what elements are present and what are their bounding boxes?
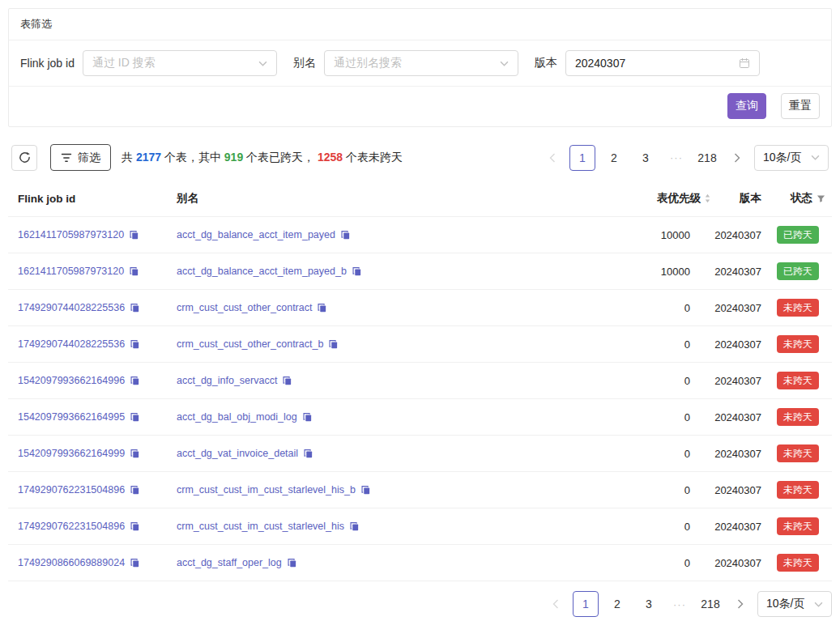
copy-icon[interactable] — [129, 230, 139, 240]
alias-link[interactable]: acct_dg_bal_obj_modi_log — [177, 411, 297, 423]
column-header-alias: 别名 — [167, 191, 535, 206]
page-button-2[interactable]: 2 — [601, 145, 627, 171]
flink-job-id-link[interactable]: 1542097993662164996 — [18, 375, 125, 386]
version-value: 20240307 — [718, 448, 771, 460]
alias-link[interactable]: crm_cust_cust_im_cust_starlevel_his_b — [177, 484, 356, 496]
summary-not-crossed-count: 1258 — [318, 151, 343, 164]
filter-row: Flink job id 通过 ID 搜索 别名 通过别名搜索 — [9, 40, 831, 87]
flink-job-id-link[interactable]: 1749290762231504896 — [18, 521, 125, 532]
alias-link[interactable]: acct_dg_info_servacct — [177, 375, 277, 386]
priority-value: 10000 — [535, 229, 718, 241]
table-row: 1621411705987973120 acct_dg_balance_acct… — [8, 253, 832, 290]
copy-icon[interactable] — [340, 230, 351, 240]
copy-icon[interactable] — [287, 558, 297, 568]
alias-link[interactable]: acct_dg_balance_acct_item_payed — [177, 229, 335, 240]
next-page-button[interactable] — [726, 145, 748, 171]
refresh-icon — [19, 151, 31, 164]
sort-carets-icon[interactable] — [704, 193, 711, 204]
page-size-select[interactable]: 10条/页 — [754, 145, 829, 171]
reset-button[interactable]: 重置 — [781, 93, 820, 119]
alias-link[interactable]: crm_cust_cust_other_contract_b — [177, 338, 323, 350]
page-ellipsis[interactable]: ··· — [667, 591, 692, 617]
alias-link[interactable]: crm_cust_cust_im_cust_starlevel_his — [177, 521, 344, 532]
copy-icon[interactable] — [130, 412, 140, 423]
version-value: 20240307 — [718, 338, 771, 351]
bottom-pager: 1 2 3 ··· 218 10条/页 — [8, 591, 832, 617]
page-button-3[interactable]: 3 — [633, 145, 659, 171]
alias-label: 别名 — [293, 56, 316, 70]
version-date-input[interactable]: 20240307 — [565, 50, 760, 76]
chevron-down-icon — [258, 61, 267, 66]
flink-job-id-link[interactable]: 1621411705987973120 — [18, 266, 124, 277]
table-row: 1749290744028225536 crm_cust_cust_other_… — [8, 290, 832, 326]
page-size-select[interactable]: 10条/页 — [757, 591, 832, 617]
status-badge: 未跨天 — [777, 554, 819, 572]
flink-job-id-link[interactable]: 1749290744028225536 — [18, 302, 125, 313]
next-page-button[interactable] — [729, 591, 752, 617]
toolbar: 筛选 共 2177 个表，其中 919 个表已跨天， 1258 个表未跨天 1 … — [11, 144, 829, 171]
funnel-icon[interactable] — [817, 194, 825, 203]
column-header-priority[interactable]: 表优先级 — [535, 191, 718, 206]
copy-icon[interactable] — [130, 558, 140, 568]
copy-icon[interactable] — [360, 485, 371, 496]
filter-toggle-button[interactable]: 筛选 — [50, 144, 111, 171]
page-button-1[interactable]: 1 — [569, 145, 595, 171]
version-value: 20240307 — [718, 375, 771, 387]
page-button-1[interactable]: 1 — [573, 591, 599, 617]
version-value: 20240307 — [718, 266, 771, 278]
flink-job-id-select[interactable]: 通过 ID 搜索 — [83, 50, 277, 76]
page-button-last[interactable]: 218 — [694, 145, 720, 171]
alias-select[interactable]: 通过别名搜索 — [324, 50, 518, 76]
flink-job-id-link[interactable]: 1749290762231504896 — [18, 484, 125, 496]
flink-job-id-link[interactable]: 1542097993662164995 — [18, 411, 125, 423]
priority-value: 10000 — [535, 266, 718, 278]
page-ellipsis[interactable]: ··· — [664, 145, 689, 171]
copy-icon[interactable] — [129, 266, 139, 277]
copy-icon[interactable] — [303, 449, 313, 459]
alias-link[interactable]: acct_dg_balance_acct_item_payed_b — [177, 266, 347, 277]
copy-icon[interactable] — [282, 376, 292, 386]
priority-value: 0 — [535, 521, 718, 533]
chevron-left-icon — [549, 153, 556, 163]
alias-link[interactable]: acct_dg_vat_invoice_detail — [177, 448, 298, 459]
copy-icon[interactable] — [130, 303, 140, 313]
column-header-status[interactable]: 状态 — [771, 191, 832, 206]
prev-page-button[interactable] — [541, 145, 564, 171]
page-button-last[interactable]: 218 — [697, 591, 723, 617]
copy-icon[interactable] — [130, 449, 140, 459]
copy-icon[interactable] — [317, 303, 327, 313]
summary-part: 共 — [122, 151, 136, 164]
version-field: 版本 20240307 — [535, 50, 760, 76]
flink-job-id-link[interactable]: 1621411705987973120 — [18, 229, 124, 240]
page-button-2[interactable]: 2 — [604, 591, 630, 617]
alias-link[interactable]: crm_cust_cust_other_contract — [177, 302, 312, 313]
refresh-button[interactable] — [11, 145, 37, 171]
prev-page-button[interactable] — [544, 591, 567, 617]
table-row: 1542097993662164999 acct_dg_vat_invoice_… — [8, 436, 832, 472]
version-value: 20240307 — [718, 229, 771, 241]
flink-job-id-link[interactable]: 1749290744028225536 — [18, 338, 125, 350]
copy-icon[interactable] — [130, 376, 140, 386]
filter-panel-title: 表筛选 — [9, 9, 831, 40]
priority-value: 0 — [535, 557, 718, 569]
query-button[interactable]: 查询 — [727, 93, 766, 119]
page-button-3[interactable]: 3 — [636, 591, 662, 617]
copy-icon[interactable] — [130, 485, 140, 496]
pagination-top: 1 2 3 ··· 218 10条/页 — [541, 145, 829, 171]
copy-icon[interactable] — [130, 339, 140, 350]
flink-job-id-link[interactable]: 1749290866069889024 — [18, 557, 125, 568]
copy-icon[interactable] — [349, 521, 360, 532]
flink-job-id-field: Flink job id 通过 ID 搜索 — [20, 50, 277, 76]
status-badge: 已跨天 — [777, 226, 819, 244]
funnel-icon — [61, 152, 72, 164]
copy-icon[interactable] — [352, 266, 362, 277]
version-value: 20240307 — [718, 411, 771, 423]
copy-icon[interactable] — [302, 412, 313, 423]
alias-link[interactable]: acct_dg_staff_oper_log — [177, 557, 282, 568]
column-header-version: 版本 — [718, 191, 771, 206]
copy-icon[interactable] — [130, 521, 140, 532]
version-value: 20240307 — [718, 302, 771, 314]
copy-icon[interactable] — [328, 339, 339, 350]
page-size-value: 10条/页 — [766, 597, 804, 611]
flink-job-id-link[interactable]: 1542097993662164999 — [18, 448, 125, 459]
